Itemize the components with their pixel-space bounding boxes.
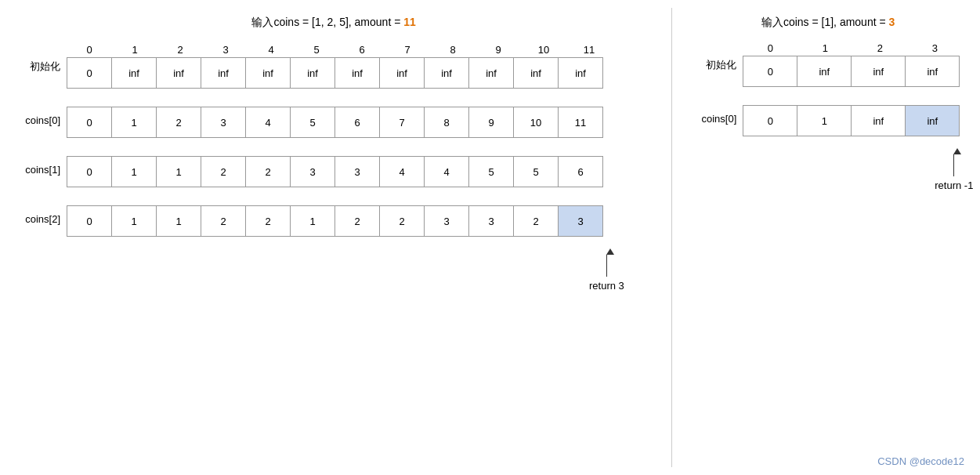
dp-cell: 3 — [290, 156, 335, 187]
dp-cell: 3 — [201, 107, 246, 138]
col-header: 11 — [566, 44, 612, 57]
row-wrapper: 初始化01230infinfinf — [692, 42, 964, 86]
col-header: 6 — [339, 44, 385, 57]
dp-cell: 0 — [743, 105, 797, 136]
return-arrow-wrapper: return -1 — [692, 154, 964, 194]
dp-cell: 4 — [379, 156, 425, 187]
col-header: 4 — [248, 44, 294, 57]
right-title-highlight: 3 — [889, 16, 895, 28]
return-label: return -1 — [935, 179, 973, 191]
col-header: 8 — [430, 44, 476, 57]
dp-cell: 2 — [245, 156, 291, 187]
col-header: 0 — [743, 42, 797, 56]
row-label: 初始化 — [692, 42, 743, 72]
dp-cell: inf — [797, 56, 852, 87]
right-title: 输入coins = [1], amount = 3 — [692, 16, 964, 30]
left-title: 输入coins = [1, 2, 5], amount = 11 — [16, 16, 652, 30]
dp-cell: 1 — [156, 156, 201, 187]
watermark: CSDN @decode12 — [877, 455, 964, 467]
dp-cell: 1 — [290, 205, 335, 237]
dp-cell: 3 — [424, 205, 469, 237]
left-section: 输入coins = [1, 2, 5], amount = 11 初始化0123… — [0, 8, 667, 467]
col-header: 5 — [294, 44, 339, 57]
dp-cell: 6 — [335, 107, 380, 138]
dp-cell: 2 — [513, 205, 559, 237]
col-header: 2 — [852, 42, 907, 56]
dp-cell: inf — [290, 57, 335, 89]
dp-cell: 5 — [513, 156, 559, 187]
col-header: 9 — [476, 44, 521, 57]
return-arrow-wrapper: return 3 — [16, 255, 652, 294]
dp-cell: 3 — [468, 205, 514, 237]
dp-cell: inf — [468, 57, 514, 89]
left-title-text: 输入coins = [1, 2, 5], amount = — [251, 16, 403, 28]
dp-cell: 3 — [335, 156, 380, 187]
col-header: 7 — [385, 44, 430, 57]
dp-cell: inf — [513, 57, 559, 89]
dp-cell: 0 — [743, 56, 797, 87]
dp-cell: 1 — [111, 156, 157, 187]
dp-cell: inf — [335, 57, 380, 89]
dp-cell: 10 — [513, 107, 559, 138]
main-container: 输入coins = [1, 2, 5], amount = 11 初始化0123… — [0, 0, 980, 475]
dp-cell: inf — [111, 57, 157, 89]
right-tables: 初始化01230infinfinfcoins[0]01infinfreturn … — [692, 42, 964, 194]
dp-cell: 1 — [111, 107, 157, 138]
row-label: 初始化 — [16, 44, 67, 74]
right-section: 输入coins = [1], amount = 3 初始化01230infinf… — [676, 8, 980, 467]
dp-cell: 0 — [67, 57, 112, 89]
col-header: 10 — [521, 44, 566, 57]
dp-cell: 8 — [424, 107, 469, 138]
col-header: 0 — [67, 44, 112, 57]
dp-cell: inf — [905, 56, 960, 87]
dp-cell: inf — [424, 57, 469, 89]
col-header: 1 — [112, 44, 157, 57]
dp-cell: inf — [905, 105, 960, 136]
right-title-text: 输入coins = [1], amount = — [761, 16, 889, 28]
dp-cell: 2 — [379, 205, 425, 237]
dp-cell: 0 — [67, 107, 112, 138]
dp-cell: 2 — [201, 156, 246, 187]
dp-cell: 4 — [245, 107, 291, 138]
dp-cell: 11 — [558, 107, 603, 138]
row-wrapper: coins[0]01infinf — [692, 105, 964, 136]
arrow-head — [606, 248, 614, 255]
dp-cell: 7 — [379, 107, 425, 138]
dp-cell: 0 — [67, 156, 112, 187]
dp-cell: 5 — [290, 107, 335, 138]
return-arrow: return -1 — [935, 154, 973, 191]
dp-cell: 1 — [156, 205, 201, 237]
row-wrapper: coins[0]01234567891011 — [16, 107, 652, 137]
dp-cell: 0 — [67, 205, 112, 237]
left-tables: 初始化012345678910110infinfinfinfinfinfinfi… — [16, 44, 652, 294]
dp-cell: 3 — [558, 205, 603, 237]
left-title-highlight: 11 — [403, 16, 416, 28]
dp-cell: inf — [851, 105, 906, 136]
row-wrapper: 初始化012345678910110infinfinfinfinfinfinfi… — [16, 44, 652, 88]
section-divider — [671, 8, 672, 467]
dp-cell: 1 — [111, 205, 157, 237]
row-label: coins[0] — [692, 105, 743, 125]
dp-cell: 2 — [201, 205, 246, 237]
dp-cell: 2 — [245, 205, 291, 237]
col-header: 1 — [797, 42, 852, 56]
arrow-head — [953, 148, 961, 154]
col-header: 2 — [157, 44, 203, 57]
dp-cell: 1 — [797, 105, 852, 136]
dp-cell: 5 — [468, 156, 514, 187]
row-wrapper: coins[1]011223344556 — [16, 156, 652, 187]
dp-cell: inf — [156, 57, 201, 89]
dp-cell: inf — [245, 57, 291, 89]
dp-cell: inf — [379, 57, 425, 89]
dp-cell: 2 — [156, 107, 201, 138]
arrow-line — [606, 255, 607, 277]
dp-cell: inf — [558, 57, 603, 89]
row-wrapper: coins[2]011221223323 — [16, 205, 652, 236]
dp-cell: 6 — [558, 156, 603, 187]
dp-cell: 9 — [468, 107, 514, 138]
dp-cell: 2 — [335, 205, 380, 237]
dp-cell: inf — [851, 56, 906, 87]
row-label: coins[2] — [16, 205, 67, 225]
row-label: coins[1] — [16, 156, 67, 176]
dp-cell: inf — [201, 57, 246, 89]
